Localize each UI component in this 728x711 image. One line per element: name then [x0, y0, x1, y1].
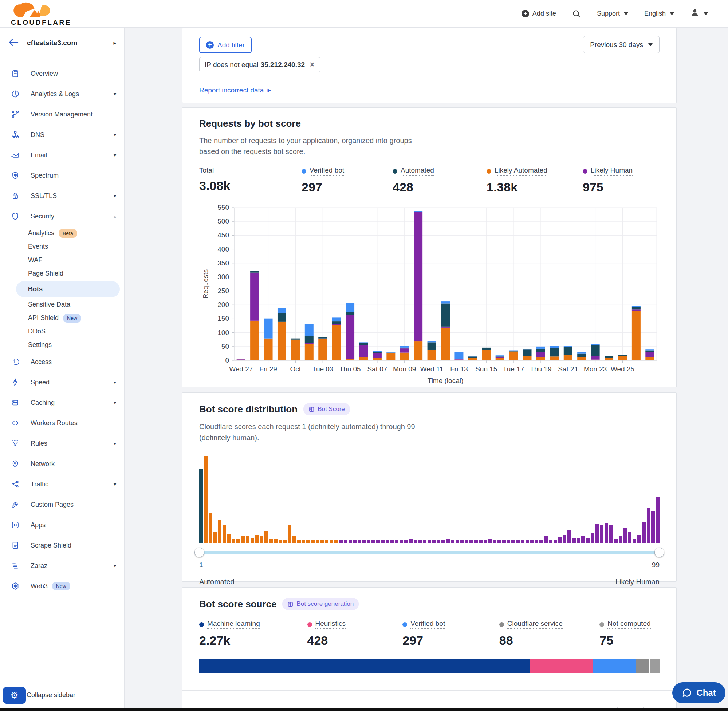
bot-score-badge[interactable]: Bot Score [303, 403, 350, 415]
sidebar-item-label: WAF [28, 256, 42, 264]
svg-text:Oct: Oct [290, 365, 301, 373]
histogram-bar [400, 540, 403, 543]
filter-chip[interactable]: IP does not equal 35.212.240.32 ✕ [199, 57, 320, 72]
chevron-down-icon: ▾ [114, 441, 116, 446]
source-share-bar [199, 659, 660, 673]
histogram-bar [390, 540, 394, 543]
slider-handle-min[interactable] [195, 547, 204, 558]
site-switcher-caret-icon[interactable]: ▸ [113, 40, 116, 46]
sidebar-item-label: Caching [31, 399, 55, 407]
report-incorrect-data-link[interactable]: Report incorrect data▶ [199, 86, 271, 94]
dns-icon [11, 130, 20, 139]
sidebar-item-label: Speed [31, 379, 50, 386]
histogram-bar [558, 537, 561, 543]
histogram-bar [516, 540, 520, 543]
cloudflare-logo[interactable]: CLOUDFLARE [11, 2, 71, 26]
sidebar-item-access[interactable]: Access [0, 352, 124, 372]
sidebar-item-scrape-shield[interactable]: Scrape Shield [0, 535, 124, 556]
sidebar-item-ddos[interactable]: DDoS [0, 325, 124, 338]
collapse-sidebar-button[interactable]: Collapse sidebar [27, 691, 75, 699]
svg-text:250: 250 [217, 287, 229, 295]
sidebar-item-waf[interactable]: WAF [0, 254, 124, 267]
histogram-bar [539, 540, 543, 543]
bot-score-generation-badge[interactable]: Bot score generation [282, 598, 359, 610]
add-filter-button[interactable]: + Add filter [199, 37, 252, 53]
back-arrow-icon[interactable] [8, 38, 19, 48]
sidebar-item-email[interactable]: Email▾ [0, 145, 124, 165]
svg-text:Time (local): Time (local) [428, 377, 464, 385]
version-icon [11, 110, 20, 119]
sidebar-item-version-management[interactable]: Version Management [0, 104, 124, 124]
histogram-bar [255, 535, 259, 543]
sidebar-item-apps[interactable]: Apps [0, 515, 124, 535]
sidebar-item-ssl-tls[interactable]: SSL/TLS▾ [0, 186, 124, 206]
sidebar-item-analytics[interactable]: AnalyticsBeta [0, 226, 124, 240]
gear-icon[interactable]: ⚙ [3, 687, 26, 704]
sidebar-item-api-shield[interactable]: API ShieldNew [0, 311, 124, 325]
email-icon [11, 151, 20, 159]
source-card-title: Bot score source [199, 599, 276, 610]
support-menu[interactable]: Support [597, 10, 628, 18]
screen-bottom-strip [0, 708, 728, 711]
histogram-bar [348, 540, 352, 543]
stat-verified-bot: Verified bot297 [291, 167, 382, 195]
search-icon[interactable] [572, 9, 581, 18]
sidebar-item-label: Bots [28, 285, 43, 293]
histogram-bar [549, 540, 552, 543]
stat-label: Likely Automated [495, 167, 547, 176]
sidebar-item-network[interactable]: Network [0, 454, 124, 474]
speed-icon [11, 378, 20, 386]
sidebar-item-sensitive-data[interactable]: Sensitive Data [0, 298, 124, 311]
sidebar-item-label: DNS [31, 131, 44, 139]
histogram-bar [488, 539, 492, 543]
slider-handle-max[interactable] [654, 547, 664, 558]
sidebar-item-overview[interactable]: Overview [0, 63, 124, 84]
chat-button[interactable]: Chat [672, 682, 725, 704]
stat-label: Cloudflare service [507, 620, 563, 629]
histogram-bar [446, 539, 450, 543]
sidebar-item-analytics-logs[interactable]: Analytics & Logs▾ [0, 84, 124, 104]
close-icon[interactable]: ✕ [309, 60, 315, 69]
histogram-bar [526, 540, 529, 543]
sidebar-item-dns[interactable]: DNS▾ [0, 124, 124, 145]
sidebar-item-traffic[interactable]: Traffic▾ [0, 474, 124, 494]
sidebar-item-rules[interactable]: Rules▾ [0, 433, 124, 454]
sidebar-item-zaraz[interactable]: Zaraz▾ [0, 556, 124, 576]
svg-text:Fri 29: Fri 29 [259, 365, 277, 373]
account-menu[interactable] [690, 8, 708, 19]
requests-card-title: Requests by bot score [199, 108, 660, 129]
histogram-bar [567, 530, 571, 543]
sidebar-item-custom-pages[interactable]: Custom Pages [0, 494, 124, 515]
histogram-bar [357, 540, 361, 543]
overview-icon [11, 69, 20, 78]
language-menu[interactable]: English [644, 10, 674, 18]
date-range-dropdown[interactable]: Previous 30 days [583, 36, 660, 53]
sidebar-item-page-shield[interactable]: Page Shield [0, 267, 124, 280]
svg-text:Thu 19: Thu 19 [530, 365, 551, 373]
beta-badge: Beta [59, 229, 77, 238]
histogram-bar [386, 540, 389, 543]
legend-dot [583, 169, 588, 174]
sidebar-item-speed[interactable]: Speed▾ [0, 372, 124, 392]
cloudflare-wordmark: CLOUDFLARE [11, 19, 71, 26]
sidebar-item-label: Web3 [31, 583, 48, 590]
slider-track[interactable] [199, 551, 660, 554]
bot-score-histogram [199, 456, 660, 543]
sidebar-item-caching[interactable]: Caching▾ [0, 392, 124, 413]
sidebar-item-workers-routes[interactable]: Workers Routes [0, 413, 124, 433]
legend-dot [307, 622, 312, 627]
sidebar-item-settings[interactable]: Settings [0, 338, 124, 352]
chevron-down-icon: ▾ [114, 400, 116, 406]
histogram-bar [329, 540, 333, 543]
histogram-bar [269, 539, 273, 543]
main-content: + Add filter IP does not equal 35.212.24… [124, 28, 728, 711]
sidebar-item-events[interactable]: Events [0, 240, 124, 254]
histogram-bar [581, 536, 585, 543]
sidebar-item-bots[interactable]: Bots [16, 281, 120, 297]
histogram-bar [199, 469, 203, 543]
add-site-button[interactable]: + Add site [521, 10, 556, 18]
sidebar-item-web3[interactable]: Web3New [0, 576, 124, 596]
sidebar-item-security[interactable]: Security▴ [0, 206, 124, 226]
sidebar-item-spectrum[interactable]: Spectrum [0, 165, 124, 186]
stat-value: 88 [499, 633, 580, 648]
